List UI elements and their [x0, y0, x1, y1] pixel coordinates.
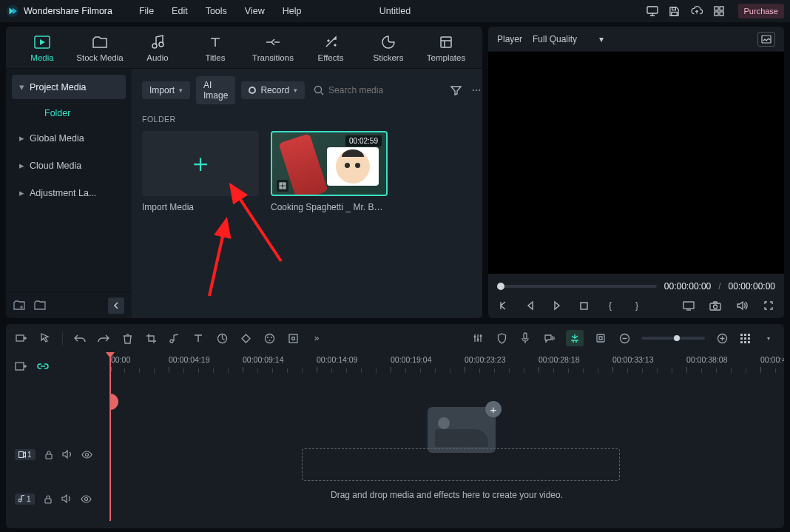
visibility-icon[interactable]	[81, 451, 92, 459]
search-input[interactable]	[328, 85, 439, 95]
more-tools-icon[interactable]: »	[310, 331, 323, 345]
svg-point-24	[269, 340, 270, 341]
volume-icon[interactable]	[735, 299, 749, 312]
playhead[interactable]	[109, 352, 111, 521]
mic-icon[interactable]	[519, 331, 532, 345]
lock-track-icon[interactable]	[44, 494, 53, 504]
lock-track-icon[interactable]	[44, 450, 53, 459]
save-icon[interactable]	[669, 5, 681, 17]
svg-point-28	[477, 339, 479, 341]
collapse-sidebar-button[interactable]	[108, 297, 124, 314]
mute-track-icon[interactable]	[61, 494, 72, 503]
project-title: Untitled	[379, 6, 411, 16]
fullscreen-icon[interactable]	[762, 299, 775, 312]
add-track-icon[interactable]	[15, 331, 28, 345]
keyframe-icon[interactable]	[239, 331, 252, 345]
camera-icon[interactable]	[709, 299, 722, 312]
audio-track-num: 1	[27, 495, 31, 503]
svg-rect-38	[45, 499, 51, 503]
timeline-tracks-area[interactable]: 00:00 00:00:04:19 00:00:09:14 00:00:14:0…	[109, 352, 784, 521]
sidebar-item-project-media[interactable]: ▾Project Media	[12, 75, 126, 99]
add-media-track-icon[interactable]	[15, 361, 27, 371]
purchase-button[interactable]: Purchase	[738, 4, 784, 18]
voice-icon[interactable]	[542, 331, 556, 345]
prev-frame-icon[interactable]	[497, 299, 510, 312]
player-panel: Player Full Quality▾ 00:00:00:00 / 00:00…	[488, 27, 784, 318]
sidebar-item-cloud-media[interactable]: ▸Cloud Media	[12, 153, 126, 178]
snapshot-button[interactable]	[757, 32, 775, 47]
tracking-icon[interactable]	[286, 331, 300, 345]
drop-zone[interactable]	[302, 448, 620, 481]
menu-file[interactable]: File	[139, 6, 154, 16]
tab-effects[interactable]: Effects	[302, 34, 359, 62]
tab-media[interactable]: Media	[13, 34, 71, 62]
mute-track-icon[interactable]	[62, 450, 72, 459]
playback-progress[interactable]	[497, 285, 657, 288]
more-icon[interactable]: ⋯	[470, 83, 482, 98]
svg-rect-5	[720, 7, 723, 10]
mark-in-icon[interactable]: {	[604, 299, 617, 312]
menu-edit[interactable]: Edit	[172, 6, 188, 16]
time-ruler[interactable]: 00:00 00:00:04:19 00:00:09:14 00:00:14:0…	[109, 352, 784, 380]
player-viewport[interactable]	[488, 52, 784, 274]
svg-rect-13	[280, 183, 286, 189]
chevron-down-icon[interactable]: ▾	[762, 331, 775, 345]
delete-icon[interactable]	[121, 331, 134, 345]
sidebar-item-adjustment-layer[interactable]: ▸Adjustment La...	[12, 181, 126, 205]
sidebar-item-folder[interactable]: Folder	[12, 102, 126, 126]
redo-icon[interactable]	[97, 331, 110, 345]
menu-view[interactable]: View	[245, 6, 265, 16]
sidebar-item-global-media[interactable]: ▸Global Media	[12, 126, 126, 150]
ai-image-button[interactable]: AI Image	[196, 76, 235, 104]
ruler-tick: 00:00:23:23	[465, 355, 505, 364]
import-media-thumb[interactable]: ＋	[142, 131, 259, 196]
tab-transitions[interactable]: Transitions	[244, 34, 302, 62]
stop-icon[interactable]	[577, 299, 590, 312]
monitor-icon[interactable]	[646, 5, 658, 17]
svg-rect-35	[19, 451, 24, 457]
audio-detach-icon[interactable]	[168, 331, 181, 345]
visibility-icon[interactable]	[81, 495, 92, 503]
media-clip-card[interactable]: 00:02:59 Cooking Spaghetti _ Mr. Bea...	[271, 131, 388, 212]
record-dropdown[interactable]: Record▾	[241, 81, 305, 99]
tab-stock-media[interactable]: Stock Media	[71, 34, 129, 62]
menu-help[interactable]: Help	[283, 6, 302, 16]
shield-icon[interactable]	[495, 331, 508, 345]
zoom-out-icon[interactable]	[618, 331, 631, 345]
import-media-card[interactable]: ＋ Import Media	[142, 131, 259, 212]
text-tool-icon[interactable]	[192, 331, 205, 345]
speed-icon[interactable]	[215, 331, 229, 345]
view-options-icon[interactable]	[739, 334, 752, 343]
undo-icon[interactable]	[73, 331, 87, 345]
cloud-upload-icon[interactable]	[691, 5, 703, 17]
tab-stickers[interactable]: Stickers	[359, 34, 417, 62]
play-backward-icon[interactable]	[524, 299, 537, 312]
tab-titles[interactable]: Titles	[186, 34, 244, 62]
zoom-in-icon[interactable]	[715, 331, 729, 345]
zoom-slider[interactable]	[641, 337, 705, 340]
drop-media-placeholder[interactable]: +	[428, 407, 496, 453]
tab-templates[interactable]: Templates	[417, 34, 475, 62]
select-tool-icon[interactable]	[38, 331, 52, 345]
menu-tools[interactable]: Tools	[206, 6, 227, 16]
import-dropdown[interactable]: Import▾	[142, 81, 190, 99]
new-bin-icon[interactable]	[13, 300, 25, 311]
new-folder-icon[interactable]	[34, 300, 46, 311]
magnet-snap-button[interactable]	[566, 330, 584, 346]
tab-audio[interactable]: Audio	[129, 34, 186, 62]
clip-thumbnail[interactable]: 00:02:59	[271, 131, 388, 196]
effects-icon	[323, 34, 339, 50]
quality-dropdown[interactable]: Full Quality▾	[533, 34, 604, 44]
tab-transitions-label: Transitions	[252, 53, 294, 62]
video-track-header: 1	[6, 432, 109, 477]
mark-out-icon[interactable]: }	[630, 299, 644, 312]
mixer-icon[interactable]	[471, 331, 485, 345]
apps-icon[interactable]	[713, 5, 725, 17]
play-icon[interactable]	[550, 299, 564, 312]
filter-icon[interactable]	[448, 83, 464, 98]
display-icon[interactable]	[682, 299, 695, 312]
link-tracks-icon[interactable]	[37, 361, 49, 371]
color-icon[interactable]	[263, 331, 276, 345]
crop-icon[interactable]	[144, 331, 158, 345]
marker-icon[interactable]	[594, 331, 607, 345]
